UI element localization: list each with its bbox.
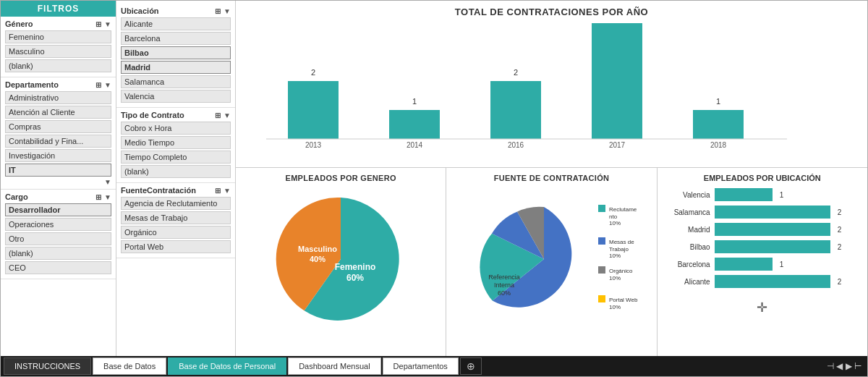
list-item-it[interactable]: IT (5, 164, 111, 177)
list-item-desarrollador[interactable]: Desarrollador (5, 203, 111, 216)
list-item-bilbao[interactable]: Bilbao (121, 46, 231, 59)
list-item[interactable]: Cobro x Hora (121, 122, 231, 135)
legend-mesas: Mesas de (609, 239, 634, 245)
hbar-label: Alicante (663, 278, 710, 286)
hbar-title: EMPLEADOS POR UBICACIÓN (663, 174, 861, 182)
list-item[interactable]: Administrativo (5, 91, 111, 104)
hbar-bar (715, 258, 773, 271)
departamento-icons: ⊞ ▼ (95, 81, 111, 89)
list-item[interactable]: Medio Tiempo (121, 136, 231, 149)
ref-interna-pct: 60% (498, 289, 511, 297)
pie-contratacion-title: FUENTE DE CONTRATACIÓN (494, 174, 610, 182)
list-item[interactable]: Otro (5, 232, 111, 245)
ubicacion-title: Ubicación ⊞ ▼ (121, 7, 231, 15)
legend-portal-pct: 10% (609, 304, 621, 310)
bar-2018-label: 1 (716, 97, 720, 106)
legend-organico: Orgánico (609, 268, 633, 274)
ubicacion-icons: ⊞ ▼ (215, 7, 231, 15)
list-item[interactable]: Compras (5, 120, 111, 133)
list-item[interactable]: Agencia de Reclutamiento (121, 197, 231, 210)
tab-dashboard-mensual[interactable]: Dashboard Mensual (288, 357, 380, 375)
hbar-label: Valencia (663, 191, 710, 199)
list-item[interactable]: Masculino (5, 45, 111, 58)
list-item[interactable]: Barcelona (121, 32, 231, 45)
list-item[interactable]: (blank) (5, 59, 111, 72)
hbar-bar (715, 223, 830, 236)
crosshair-icon: ✛ (663, 300, 861, 315)
filtros-header: FILTROS (1, 1, 116, 17)
list-item[interactable]: Femenino (5, 30, 111, 43)
hbar-value: 2 (838, 243, 842, 251)
hbar-bar (715, 240, 830, 253)
list-item[interactable]: Valencia (121, 90, 231, 103)
filter-icon-5[interactable]: ⊞ (95, 193, 101, 201)
list-item[interactable]: (blank) (5, 247, 111, 260)
scroll-arrow-down[interactable]: ▼ (5, 178, 111, 186)
list-item[interactable]: Orgánico (121, 226, 231, 239)
list-item[interactable]: Atención al Cliente (5, 106, 111, 119)
filter-icon-4[interactable]: ▼ (104, 81, 111, 89)
bar-2014 (389, 110, 440, 139)
middle-panel: Ubicación ⊞ ▼ Alicante Barcelona Bilbao … (116, 1, 236, 356)
tab-base-datos-personal[interactable]: Base de Datos de Personal (168, 357, 286, 375)
hbar-row-valencia: Valencia 1 (663, 188, 861, 201)
list-item[interactable]: Contabilidad y Fina... (5, 135, 111, 148)
filter-icon-11[interactable]: ⊞ (215, 187, 221, 195)
bar-2016 (490, 81, 541, 139)
genero-list: Femenino Masculino (blank) (5, 30, 111, 74)
hbar-value: 2 (838, 208, 842, 216)
filter-icon-8[interactable]: ▼ (224, 7, 231, 15)
filter-icon-9[interactable]: ⊞ (215, 111, 221, 119)
bar-chart-section: TOTAL DE CONTRATACIONES POR AÑO 2 2013 1… (236, 1, 867, 168)
bar-2016-year: 2016 (508, 141, 524, 149)
legend-organico-pct: 10% (609, 275, 621, 281)
filter-icon-3[interactable]: ⊞ (95, 81, 101, 89)
hbar-label: Bilbao (663, 243, 710, 251)
list-item-ceo[interactable]: CEO (5, 261, 111, 274)
pie-masculino-label: Masculino (298, 245, 337, 253)
list-item[interactable]: Portal Web (121, 240, 231, 253)
tab-add-button[interactable]: ⊕ (460, 357, 482, 375)
list-item[interactable]: Operaciones (5, 218, 111, 231)
tab-instrucciones[interactable]: INSTRUCCIONES (4, 357, 91, 375)
bar-2013-year: 2013 (305, 141, 322, 149)
list-item[interactable]: Salamanca (121, 75, 231, 88)
hbar-section: EMPLEADOS POR UBICACIÓN Valencia 1 Salam… (658, 168, 867, 356)
filtros-panel: FILTROS Género ⊞ ▼ Femenino Masculino (b… (1, 1, 116, 356)
pie-masculino-pct: 40% (310, 255, 326, 263)
bar-chart-title: TOTAL DE CONTRATACIONES POR AÑO (244, 7, 859, 17)
filter-icon-7[interactable]: ⊞ (215, 7, 221, 15)
pie-femenino-label: Femenino (335, 262, 376, 272)
fuente-title: FuenteContratación ⊞ ▼ (121, 186, 231, 195)
filter-icon-2[interactable]: ▼ (104, 20, 111, 28)
hbar-bar (715, 275, 830, 288)
list-item[interactable]: Alicante (121, 17, 231, 30)
ubicacion-section: Ubicación ⊞ ▼ Alicante Barcelona Bilbao … (116, 1, 235, 108)
filter-icon-10[interactable]: ▼ (224, 111, 231, 119)
legend-mesas-pct: 10% (609, 253, 621, 259)
bar-2017 (592, 23, 642, 139)
hbar-value: 2 (838, 278, 842, 286)
tab-departamentos[interactable]: Departamentos (383, 357, 459, 375)
fuente-section: FuenteContratación ⊞ ▼ Agencia de Reclut… (116, 183, 235, 258)
hbar-label: Madrid (663, 226, 710, 234)
tab-controls: ⊣ ◀ ▶ ⊢ (827, 361, 861, 371)
filter-icon-6[interactable]: ▼ (104, 193, 111, 201)
hbar-value: 2 (838, 226, 842, 234)
departamento-section: Departamento ⊞ ▼ Administrativo Atención… (1, 77, 116, 190)
filter-icon-12[interactable]: ▼ (224, 187, 231, 195)
list-item[interactable]: Mesas de Trabajo (121, 211, 231, 224)
tab-base-datos[interactable]: Base de Datos (93, 357, 166, 375)
hbar-label: Barcelona (663, 260, 710, 268)
tipo-list: Cobro x Hora Medio Tiempo Tiempo Complet… (121, 122, 231, 179)
tipo-contrato-icons: ⊞ ▼ (215, 111, 231, 119)
pie-femenino-pct: 60% (346, 273, 364, 283)
filter-icon-1[interactable]: ⊞ (95, 20, 101, 28)
list-item[interactable]: Investigación (5, 149, 111, 162)
bar-2017-year: 2017 (609, 141, 626, 149)
list-item-madrid[interactable]: Madrid (121, 61, 231, 74)
list-item[interactable]: (blank) (121, 165, 231, 178)
hbar-value: 1 (780, 260, 784, 268)
list-item[interactable]: Tiempo Completo (121, 151, 231, 164)
pie-genero-section: EMPLEADOS POR GENERO Femenino 60% Mascul… (236, 168, 446, 356)
